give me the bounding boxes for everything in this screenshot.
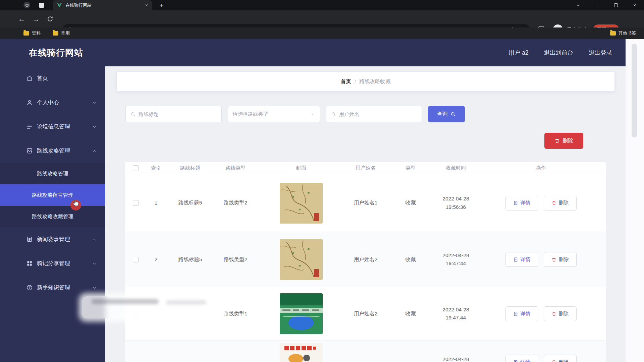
search-button[interactable]: 查询 (428, 106, 465, 122)
trash-icon (551, 200, 556, 205)
folder-icon (53, 31, 58, 36)
user-name-field (326, 106, 422, 122)
sidebar-item-label: 骑记分享管理 (37, 260, 70, 267)
sidebar-item-forum-management[interactable]: 论坛信息管理 (0, 115, 105, 139)
exit-to-front-link[interactable]: 退出到前台 (544, 49, 574, 57)
user-name-input[interactable] (339, 111, 417, 117)
detail-button-label: 详情 (521, 200, 531, 206)
pinned-tab-icon[interactable] (39, 3, 44, 8)
reload-button[interactable] (44, 10, 56, 27)
tab-list-chevron-icon[interactable] (569, 0, 588, 10)
submenu-route-guide-collection[interactable]: 路线攻略收藏管理 (0, 206, 105, 227)
back-button[interactable]: ← (16, 10, 28, 27)
cell-time: 2022-04-28 19:56:36 (436, 195, 476, 211)
cell-type: 路线类型2 (214, 256, 257, 263)
row-delete-button[interactable]: 删除 (544, 355, 577, 362)
detail-button-label: 详情 (521, 311, 531, 317)
row-checkbox[interactable] (133, 200, 139, 206)
detail-button-label: 详情 (521, 359, 531, 362)
row-delete-button[interactable]: 删除 (544, 252, 577, 267)
cell-time: 2022-04-28 19:47:44 (436, 306, 476, 322)
maximize-button[interactable] (606, 0, 625, 10)
chevron-down-icon (92, 286, 97, 290)
route-type-select[interactable]: 请选择路线类型 (228, 106, 320, 122)
bookmark-label: 资料 (32, 30, 41, 36)
sidebar-item-riding-share-management[interactable]: 骑记分享管理 (0, 251, 105, 276)
breadcrumb-home[interactable]: 首页 (341, 78, 351, 85)
minimize-button[interactable]: — (588, 0, 606, 10)
sidebar-item-label: 首页 (37, 75, 48, 82)
sidebar-item-news-management[interactable]: 新闻赛事管理 (0, 227, 105, 251)
table-header-row: 索引 路线标题 路线类型 封面 用户姓名 类型 收藏时间 操作 (125, 162, 606, 174)
cell-date: 2022-04-28 (436, 306, 476, 314)
cell-index: 1 (146, 200, 166, 206)
submenu-route-guide-comments[interactable]: 路线攻略留言管理 (0, 184, 105, 206)
row-delete-button-label: 删除 (559, 311, 569, 317)
detail-button[interactable]: 详情 (505, 355, 538, 362)
forward-button[interactable]: → (30, 10, 42, 27)
bookmark-folder-changyong[interactable]: 常用 (53, 30, 70, 36)
document-icon (513, 311, 518, 316)
home-icon (26, 75, 33, 82)
sidebar-item-home[interactable]: 首页 (0, 66, 105, 90)
row-delete-button-label: 删除 (559, 256, 569, 263)
row-checkbox[interactable] (133, 257, 139, 262)
document-icon (513, 200, 518, 205)
window-close-button[interactable]: × (625, 0, 644, 10)
submenu-label: 路线攻略留言管理 (32, 192, 73, 199)
bookmark-folder-ziliao[interactable]: 资料 (23, 30, 41, 36)
col-header-time: 收藏时间 (436, 165, 476, 171)
cell-date: 2022-04-28 (436, 251, 476, 259)
sidebar-item-label: 新手知识管理 (37, 284, 70, 291)
trash-icon (551, 257, 556, 262)
search-icon (331, 112, 336, 117)
cell-index: 2 (146, 256, 166, 262)
delete-button-label: 删除 (562, 137, 573, 144)
censored-blur-overlay (82, 296, 224, 318)
col-header-user: 用户姓名 (346, 165, 385, 171)
logout-link[interactable]: 退出登录 (589, 49, 612, 57)
tab-title: 在线骑行网站 (65, 2, 142, 8)
row-delete-button[interactable]: 删除 (544, 196, 577, 210)
search-icon (450, 112, 456, 117)
cell-date: 2022-04-28 (436, 195, 476, 203)
submenu-label: 路线攻略管理 (37, 170, 68, 177)
cell-clock: 19:47:44 (436, 259, 476, 267)
tab-close-icon[interactable]: × (145, 3, 148, 8)
cell-user: 用户姓名2 (346, 256, 385, 263)
select-all-checkbox[interactable] (133, 165, 139, 171)
help-circle-icon (26, 284, 33, 291)
cell-clock: 19:56:36 (436, 203, 476, 211)
folder-icon (23, 31, 29, 36)
chevron-down-icon (92, 261, 97, 266)
cell-category: 收藏 (385, 310, 436, 317)
sidebar-item-route-guide-management[interactable]: 路线攻略管理 (0, 139, 105, 163)
scrollbar-thumb[interactable] (632, 44, 637, 137)
cover-image (257, 343, 346, 362)
col-header-index: 索引 (146, 165, 166, 171)
cell-title: 路线标题5 (166, 256, 214, 263)
detail-button[interactable]: 详情 (505, 306, 538, 321)
other-bookmarks-button[interactable]: 其他书签 (610, 30, 636, 36)
new-tab-button[interactable]: + (157, 1, 166, 10)
vue-favicon-icon (57, 3, 62, 8)
chevron-up-icon (92, 149, 97, 153)
route-type-placeholder: 请选择路线类型 (233, 111, 268, 117)
chevron-down-icon (92, 125, 97, 129)
app-header: 在线骑行网站 用户 a2 退出到前台 退出登录 (0, 39, 626, 66)
browser-tab[interactable]: 在线骑行网站 × (53, 0, 152, 10)
breadcrumb-current: 路线攻略收藏 (359, 78, 390, 85)
delete-selected-button[interactable]: 删除 (544, 133, 583, 149)
document-icon (513, 360, 518, 362)
user-icon (26, 99, 33, 106)
document-icon (26, 236, 33, 243)
route-title-input[interactable] (139, 111, 217, 117)
sidebar-item-personal-center[interactable]: 个人中心 (0, 90, 105, 115)
detail-button[interactable]: 详情 (505, 196, 538, 210)
submenu-route-guide-management[interactable]: 路线攻略管理 (0, 163, 105, 184)
page-scrollbar[interactable] (626, 39, 644, 362)
search-button-label: 查询 (437, 111, 448, 118)
row-delete-button[interactable]: 删除 (544, 306, 577, 321)
detail-button[interactable]: 详情 (505, 252, 538, 267)
sidebar-item-label: 个人中心 (37, 99, 59, 106)
